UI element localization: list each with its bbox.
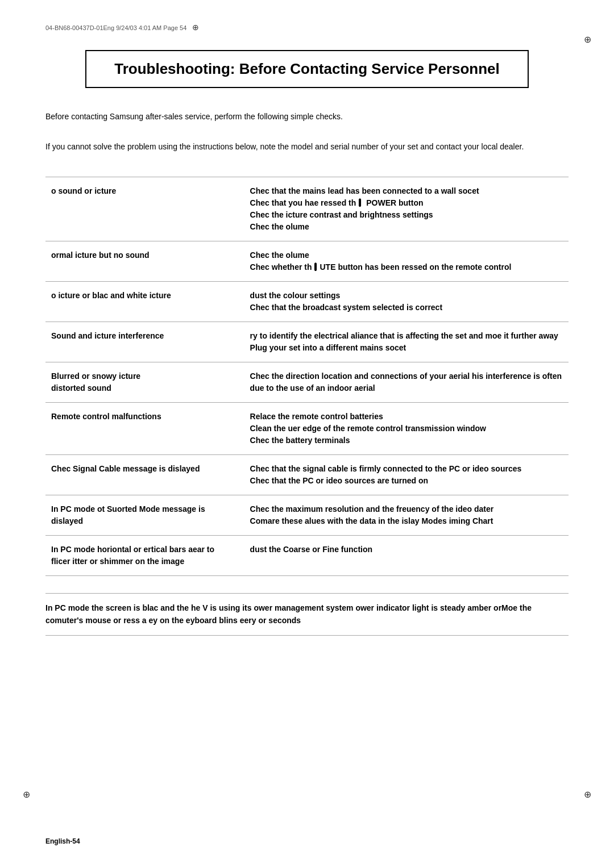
problem-cell: o sound or icture [45, 177, 244, 241]
solution-line: Plug your set into a different mains soc… [250, 343, 406, 352]
solution-line: Chec the battery terminals [250, 436, 350, 445]
bottom-left-crosshair: ⊕ [23, 789, 30, 800]
page-title: Troubleshooting: Before Contacting Servi… [103, 60, 511, 78]
solution-cell: dust the Coarse or Fine function [244, 536, 569, 576]
top-right-crosshair: ⊕ [584, 34, 591, 45]
solution-line: Chec that the PC or ideo sources are tur… [250, 476, 429, 485]
problem-cell: In PC mode horiontal or ertical bars aea… [45, 536, 244, 576]
solution-line: Chec the icture contrast and brightness … [250, 210, 433, 219]
problem-cell: Chec Signal Cable message is dislayed [45, 455, 244, 495]
solution-line: dust the Coarse or Fine function [250, 545, 372, 554]
solution-cell: Chec that the signal cable is firmly con… [244, 455, 569, 495]
table-row: Chec Signal Cable message is dislayedChe… [45, 455, 569, 495]
solution-cell: ry to identify the electrical aliance th… [244, 322, 569, 362]
page-number: English-54 [45, 837, 80, 845]
solution-cell: Relace the remote control batteriesClean… [244, 403, 569, 455]
solution-cell: dust the colour settingsChec that the br… [244, 282, 569, 322]
table-row: ormal icture but no soundChec the olumeC… [45, 241, 569, 282]
intro-line1: Before contacting Samsung after-sales se… [45, 111, 569, 123]
solution-line: ry to identify the electrical aliance th… [250, 331, 558, 340]
header-text: 04-BN68-00437D-01Eng 9/24/03 4:01 AM Pag… [45, 24, 186, 31]
solution-line: Comare these alues with the data in the … [250, 516, 493, 525]
problem-cell: Sound and icture interference [45, 322, 244, 362]
problem-cell: Remote control malfunctions [45, 403, 244, 455]
table-row: o icture or blac and white icturedust th… [45, 282, 569, 322]
table-row: Sound and icture interferencery to ident… [45, 322, 569, 362]
problem-cell: Blurred or snowy icturedistorted sound [45, 362, 244, 403]
table-row: In PC mode horiontal or ertical bars aea… [45, 536, 569, 576]
problem-cell: o icture or blac and white icture [45, 282, 244, 322]
bottom-right-crosshair: ⊕ [584, 789, 591, 800]
solution-line: Chec that you hae ressed th⏽ POWER butto… [250, 198, 424, 207]
table-row: Blurred or snowy icturedistorted soundCh… [45, 362, 569, 403]
problem-cell: In PC mode ot Suorted Mode message is di… [45, 495, 244, 536]
footer-bold-text: In PC mode the screen is blac and the he… [45, 602, 569, 627]
page-title-box: Troubleshooting: Before Contacting Servi… [85, 50, 529, 88]
problem-cell: ormal icture but no sound [45, 241, 244, 282]
solution-line: Chec the direction location and connecti… [250, 372, 562, 393]
solution-line: Chec the olume [250, 222, 309, 231]
solution-line: Chec the olume [250, 251, 309, 260]
solution-line: Chec that the mains lead has been connec… [250, 186, 479, 195]
troubleshoot-table: o sound or ictureChec that the mains lea… [45, 177, 569, 576]
page-container: 04-BN68-00437D-01Eng 9/24/03 4:01 AM Pag… [0, 0, 614, 868]
solution-cell: Chec the direction location and connecti… [244, 362, 569, 403]
intro-line2: If you cannot solve the problem using th… [45, 141, 569, 153]
solution-line: dust the colour settings [250, 291, 341, 300]
solution-line: Chec the maximum resolution and the freu… [250, 504, 494, 514]
solution-line: Clean the uer edge of the remote control… [250, 424, 486, 433]
solution-line: Relace the remote control batteries [250, 412, 383, 421]
header-meta: 04-BN68-00437D-01Eng 9/24/03 4:01 AM Pag… [45, 23, 569, 33]
table-row: In PC mode ot Suorted Mode message is di… [45, 495, 569, 536]
solution-line: Chec that the broadcast system selected … [250, 303, 442, 312]
solution-line: Chec that the signal cable is firmly con… [250, 464, 522, 473]
footer-section: In PC mode the screen is blac and the he… [45, 593, 569, 636]
table-row: Remote control malfunctionsRelace the re… [45, 403, 569, 455]
solution-cell: Chec that the mains lead has been connec… [244, 177, 569, 241]
table-row: o sound or ictureChec that the mains lea… [45, 177, 569, 241]
top-center-crosshair [192, 23, 202, 33]
solution-line: Chec whether th⏽UTE button has been ress… [250, 262, 512, 272]
solution-cell: Chec the olumeChec whether th⏽UTE button… [244, 241, 569, 282]
solution-cell: Chec the maximum resolution and the freu… [244, 495, 569, 536]
